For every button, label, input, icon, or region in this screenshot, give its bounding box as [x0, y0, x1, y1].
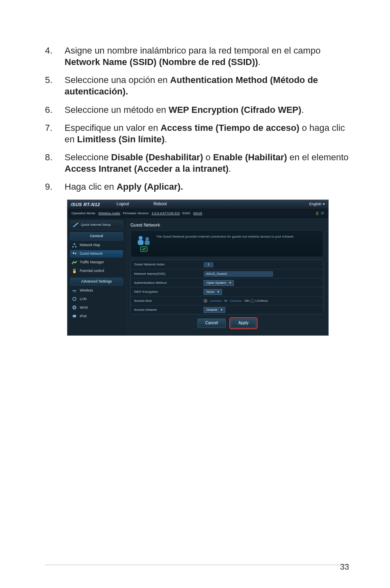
sidebar-heading-general: General [70, 232, 123, 240]
page-number: 33 [340, 562, 349, 572]
firmware-version-link[interactable]: 3.0.0.4.677139.313 [152, 211, 180, 215]
reboot-button[interactable]: Reboot [154, 202, 167, 207]
auth-method-select[interactable]: Open System▾ [204, 280, 234, 286]
step-text: Asigne un nombre inalámbrico para la red… [65, 45, 349, 68]
wizard-icon [73, 222, 78, 227]
network-map-icon [72, 243, 77, 248]
main-panel: Guest Network ✓ The Guest Network provid… [126, 218, 328, 335]
router-admin-screenshot: /SUS RT-N12 Logout Reboot English▾ Opera… [67, 200, 329, 336]
svg-point-7 [73, 297, 76, 301]
chevron-down-icon: ▾ [217, 290, 219, 294]
settings-grid: Guest Network Index 1 Network Name(SSID)… [130, 260, 323, 314]
step-4: 4. Asigne un nombre inalámbrico para la … [45, 45, 349, 68]
svg-rect-14 [145, 240, 150, 245]
svg-rect-2 [75, 246, 76, 247]
step-text: Haga clic en Apply (Aplicar). [65, 181, 183, 193]
sidebar-item-parental-control[interactable]: Parental control [70, 267, 123, 275]
row-access-time: Access time hr Min ◯ Limitless [131, 296, 323, 305]
brand-logo: /SUS RT-N12 [71, 202, 100, 207]
chevron-down-icon: ▾ [323, 202, 325, 206]
footer-rule [45, 565, 349, 565]
print-icon[interactable]: ⎙ [316, 211, 318, 216]
step-8: 8. Seleccione Disable (Deshabilitar) o E… [45, 152, 349, 175]
people-icon: ✓ [136, 235, 152, 252]
lan-icon [72, 296, 77, 301]
ipv6-icon [72, 314, 77, 319]
parental-control-icon [72, 269, 77, 274]
instruction-list: 4. Asigne un nombre inalámbrico para la … [45, 45, 349, 193]
svg-point-3 [73, 252, 74, 254]
svg-rect-1 [72, 246, 74, 247]
sidebar-heading-advanced: Advanced Settings [70, 278, 123, 286]
sidebar-item-lan[interactable]: LAN [70, 295, 123, 303]
step-number: 7. [45, 122, 56, 145]
action-buttons: Cancel Apply [130, 314, 323, 330]
step-text: Especifique un valor en Access time (Tie… [65, 122, 349, 145]
language-selector[interactable]: English▾ [309, 202, 325, 207]
access-intranet-select[interactable]: Disable▾ [204, 307, 225, 313]
sidebar-item-ipv6[interactable]: IPv6 [70, 312, 123, 320]
hero-banner: ✓ The Guest Network provides Internet co… [130, 230, 323, 257]
step-6: 6. Seleccione un método en WEP Encryptio… [45, 104, 349, 116]
step-5: 5. Seleccione una opción en Authenticati… [45, 74, 349, 97]
apply-button[interactable]: Apply [231, 319, 256, 328]
step-9: 9. Haga clic en Apply (Aplicar). [45, 181, 349, 193]
row-access-intranet: Access Intranet Disable▾ [131, 305, 323, 314]
step-number: 8. [45, 152, 56, 175]
top-bar: /SUS RT-N12 Logout Reboot English▾ [67, 200, 328, 209]
row-guest-index: Guest Network Index 1 [131, 260, 323, 269]
access-time-radio[interactable] [204, 299, 207, 303]
row-wep: WEP Encryption None▾ [131, 287, 323, 296]
svg-rect-12 [138, 240, 143, 245]
hero-text: The Guest Network provides Internet conn… [156, 235, 294, 239]
row-ssid: Network Name(SSID) ASUS_Guest1 [131, 269, 323, 278]
wan-icon [72, 305, 77, 310]
svg-point-6 [74, 292, 75, 292]
sidebar-item-qis[interactable]: Quick Internet Setup [70, 220, 123, 229]
step-number: 6. [45, 104, 56, 116]
step-7: 7. Especifique un valor en Access time (… [45, 122, 349, 145]
step-text: Seleccione un método en WEP Encryption (… [65, 104, 304, 116]
svg-rect-10 [73, 315, 76, 317]
svg-point-8 [73, 306, 76, 309]
row-auth: Authentication Method Open System▾ [131, 278, 323, 287]
ssid-input[interactable]: ASUS_Guest1 [204, 271, 273, 277]
meta-bar: Operation Mode: Wireless router Firmware… [67, 209, 328, 218]
svg-point-13 [146, 237, 149, 240]
svg-point-11 [139, 236, 143, 240]
sidebar: Quick Internet Setup General Network Map… [67, 218, 126, 335]
svg-point-0 [74, 243, 75, 245]
router-admin-window: /SUS RT-N12 Logout Reboot English▾ Opera… [67, 200, 329, 336]
chevron-down-icon: ▾ [221, 308, 222, 312]
refresh-icon[interactable]: ⟳ [321, 211, 324, 216]
sidebar-item-traffic-manager[interactable]: Traffic Manager [70, 259, 123, 266]
sidebar-item-guest-network[interactable]: Guest Network [70, 250, 123, 258]
svg-point-9 [74, 306, 75, 309]
step-number: 5. [45, 74, 56, 97]
limitless-radio[interactable]: Min ◯ Limitless [244, 299, 268, 303]
access-time-hours-input[interactable] [210, 300, 222, 302]
step-number: 4. [45, 45, 56, 68]
access-time-minutes-input[interactable] [230, 300, 242, 302]
panel-title: Guest Network [130, 222, 323, 228]
traffic-manager-icon [72, 260, 77, 265]
svg-rect-5 [73, 271, 76, 273]
wep-encryption-select[interactable]: None▾ [204, 289, 222, 295]
step-text: Seleccione una opción en Authentication … [65, 74, 349, 97]
wireless-icon [72, 288, 77, 293]
sidebar-item-wan[interactable]: WAN [70, 304, 123, 311]
svg-point-4 [75, 253, 76, 254]
step-text: Seleccione Disable (Deshabilitar) o Enab… [65, 152, 349, 175]
operation-mode-link[interactable]: Wireless router [99, 211, 121, 215]
logout-button[interactable]: Logout [117, 202, 129, 207]
sidebar-item-network-map[interactable]: Network Map [70, 242, 123, 249]
step-number: 9. [45, 181, 56, 193]
chevron-down-icon: ▾ [229, 281, 231, 285]
guest-network-icon [72, 251, 77, 256]
sidebar-item-wireless[interactable]: Wireless [70, 287, 123, 294]
check-icon: ✓ [140, 246, 148, 252]
guest-index-value: 1 [204, 262, 213, 267]
cancel-button[interactable]: Cancel [197, 319, 226, 328]
ssid-link[interactable]: ASUS [193, 211, 202, 215]
